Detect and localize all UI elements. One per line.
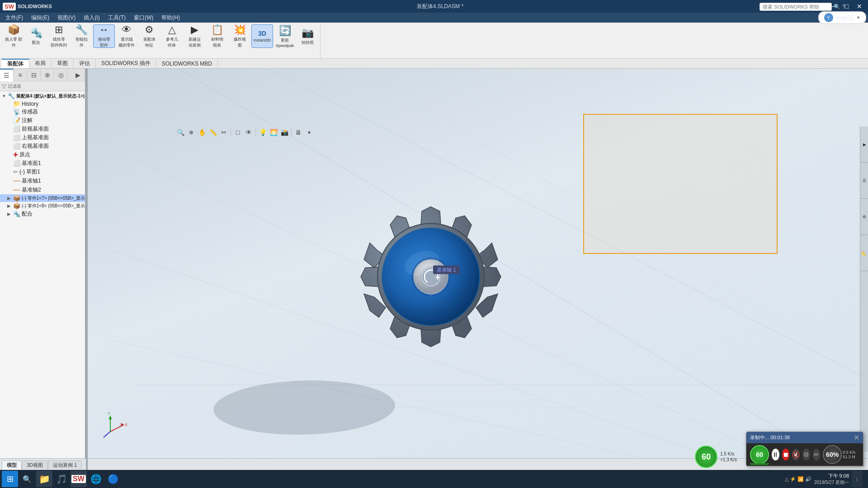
menu-tools[interactable]: 工具(T)	[104, 13, 129, 23]
start-button[interactable]: ⊞	[2, 471, 18, 487]
tab-3dview[interactable]: 3D视图	[22, 460, 48, 469]
taskbar-search[interactable]: 🔍	[19, 471, 35, 487]
menu-file[interactable]: 文件(F)	[2, 13, 27, 23]
display-tab[interactable]: ◎	[54, 69, 68, 81]
bom-button[interactable]: 📋 材料明细表	[206, 24, 228, 48]
help-icon[interactable]: ?	[842, 4, 845, 10]
section-button[interactable]: ✂	[219, 127, 229, 137]
settings-rec-button[interactable]: ⚙	[802, 449, 810, 460]
right-tab-4[interactable]: 📐	[860, 235, 868, 271]
taskbar-solidworks[interactable]: SW	[71, 471, 87, 487]
menu-help[interactable]: 帮助(H)	[158, 13, 184, 23]
feature-plane1[interactable]: ⬜ 基准面1	[0, 159, 85, 168]
feature-axis1[interactable]: — 基准轴1	[0, 176, 85, 185]
feature-right-plane[interactable]: ⬜ 右视基准面	[0, 142, 85, 150]
part7-label: (-) 零件1<7> (05B<<05B>_显示状	[22, 195, 85, 202]
menu-view[interactable]: 视图(V)	[54, 13, 79, 23]
assembly-feature-button[interactable]: ⚙ 装配体特征	[138, 24, 160, 48]
user-dropdown-icon[interactable]: ▼	[856, 15, 860, 20]
close-button[interactable]: ✕	[854, 1, 865, 11]
feature-tree-root[interactable]: ▼ 🔧 装配体4 (默认<默认_显示状态-1>)	[0, 92, 85, 100]
pause-button[interactable]: ⏸	[772, 449, 779, 460]
menu-edit[interactable]: 编辑(E)	[28, 13, 53, 23]
config-tab[interactable]: ⊟	[27, 69, 41, 81]
tab-solidworks-plugins[interactable]: SOLIDWORKS 插件	[96, 59, 156, 68]
pan-button[interactable]: ✋	[197, 127, 207, 137]
zoom-button[interactable]: 🔍	[175, 127, 185, 137]
progress-bar	[750, 463, 769, 465]
recording-close-button[interactable]: ✕	[854, 433, 859, 442]
zoom-area-button[interactable]: ⊕	[186, 127, 196, 137]
search-input[interactable]	[760, 3, 832, 11]
3d-viewport[interactable]: 🔍 ⊕ ✋ 📏 ✂ □ 👁 💡 🌅 📸 🖥 ▼	[88, 69, 868, 470]
new-motion-button[interactable]: ▶ 新建运动算例	[184, 24, 205, 48]
feature-front-plane[interactable]: ⬜ 前视基准面	[0, 125, 85, 133]
smart-fastener-button[interactable]: 🔧 智能扣件	[71, 24, 92, 48]
feature-axis2[interactable]: — 基准轴2	[0, 185, 85, 194]
property-tab[interactable]: ≡	[14, 69, 27, 81]
feature-part7[interactable]: ▶ 📦 (-) 零件1<7> (05B<<05B>_显示状	[0, 194, 85, 202]
menu-insert[interactable]: 插入(I)	[80, 13, 103, 23]
gear-model[interactable]: 基准轴 1	[345, 191, 517, 364]
mute-button[interactable]: 🔇	[792, 449, 800, 460]
feature-part8[interactable]: ▶ 📦 (-) 零件1<8> (05B<<05B>_显示状	[0, 202, 85, 210]
part8-expand[interactable]: ▶	[7, 203, 12, 208]
feature-mate[interactable]: ▶ 🔩 配合	[0, 210, 85, 218]
taskbar-browser[interactable]: 🌐	[88, 471, 104, 487]
show-desktop-button[interactable]: │	[852, 471, 863, 487]
pattern-button[interactable]: ⊞ 线性零部件阵列	[48, 24, 70, 48]
lighting-button[interactable]: 💡	[258, 127, 268, 137]
viewbar-sep3	[291, 128, 292, 136]
dimension-tab[interactable]: ⊕	[41, 69, 54, 81]
tab-sketch[interactable]: 草图	[52, 59, 74, 68]
edit-button[interactable]: ✏	[813, 449, 821, 460]
reference-geometry-button[interactable]: △ 参考几何体	[161, 24, 183, 48]
view-orient-button[interactable]: 🖥	[293, 127, 303, 137]
tab-assembly[interactable]: 装配体	[2, 59, 29, 68]
view-setting-button[interactable]: 📸	[279, 127, 289, 137]
feature-sketch1[interactable]: ✏ (-) 草图1	[0, 168, 85, 176]
coordinate-triad: X Y Z	[101, 411, 124, 434]
hide-show-button[interactable]: 👁	[244, 127, 254, 137]
explode-button[interactable]: 💥 爆炸视图	[229, 24, 250, 48]
taskbar-explorer[interactable]: 📁	[36, 471, 52, 487]
speedpak-button[interactable]: 🔄 更新Speedpak	[274, 24, 296, 48]
part7-expand[interactable]: ▶	[7, 196, 12, 201]
insert-parts-button[interactable]: 📦 插入零 部件	[3, 24, 24, 48]
stop-button[interactable]: ⏹	[782, 449, 790, 460]
snapshot-button[interactable]: 📷 拍快照	[297, 24, 318, 48]
more-views-button[interactable]: ▼	[304, 127, 314, 137]
feature-history[interactable]: 📁 History	[0, 100, 85, 108]
tab-model[interactable]: 模型	[2, 460, 22, 469]
root-expand-icon[interactable]: ▼	[2, 94, 6, 99]
tab-motion[interactable]: 运动算例 1	[48, 460, 82, 469]
feature-tree-tab[interactable]: ☰	[0, 69, 14, 81]
tab-solidworks-mbd[interactable]: SOLIDWORKS MBD	[156, 59, 218, 68]
feature-top-plane[interactable]: ⬜ 上视基准面	[0, 133, 85, 142]
feature-annotations[interactable]: 📝 注解	[0, 116, 85, 125]
show-hide-button[interactable]: 👁 显示隐藏的零件	[116, 24, 137, 48]
taskbar-media[interactable]: 🎵	[53, 471, 70, 487]
menu-window[interactable]: 窗口(W)	[130, 13, 157, 23]
origin-label: 原点	[19, 151, 30, 159]
mate-button[interactable]: 🔩 配合	[25, 24, 47, 48]
right-tab-3[interactable]: ⚙	[860, 199, 868, 235]
right-tab-2[interactable]: ☰	[860, 163, 868, 199]
expand-arrow[interactable]: ▶	[71, 69, 85, 81]
measure-button[interactable]: 📏	[208, 127, 218, 137]
feature-sensors[interactable]: 📡 传感器	[0, 108, 85, 116]
user-pill[interactable]: Y yuge11 ▼	[818, 11, 866, 24]
taskbar-ie[interactable]: 🔵	[105, 471, 121, 487]
z-axis	[104, 432, 110, 437]
tab-evaluate[interactable]: 评估	[74, 59, 96, 68]
tab-layout[interactable]: 布局	[29, 59, 52, 68]
search-icon[interactable]: 🔍	[834, 4, 840, 10]
feature-origin[interactable]: ✚ 原点	[0, 150, 85, 159]
instant3d-button[interactable]: 3D Instant3D	[251, 24, 273, 48]
move-component-button[interactable]: ↔ 移动零部件	[93, 24, 115, 48]
scene-button[interactable]: 🌅	[269, 127, 278, 137]
recording-status: 录制中... 00:01:38	[750, 434, 790, 441]
panel-resize-handle[interactable]	[86, 69, 88, 470]
mate-expand[interactable]: ▶	[7, 211, 12, 216]
display-style-button[interactable]: □	[233, 127, 243, 137]
